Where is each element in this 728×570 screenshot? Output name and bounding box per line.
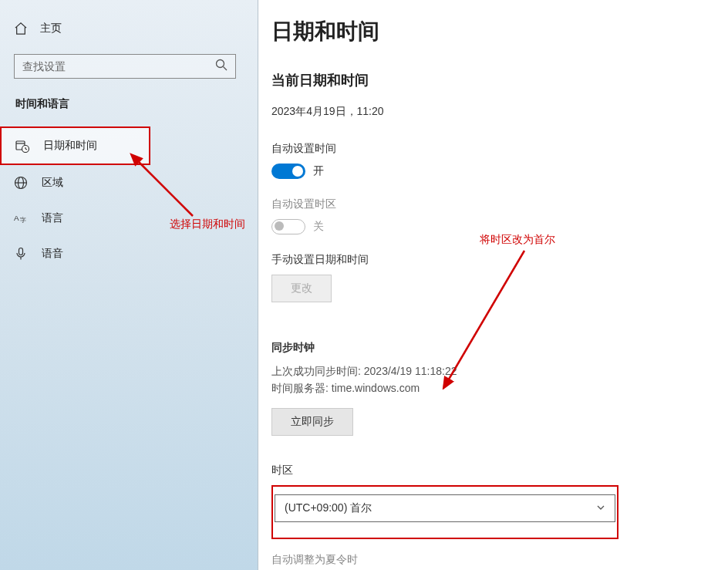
current-datetime-value: 2023年4月19日，11:20	[271, 105, 714, 119]
home-link[interactable]: 主页	[14, 22, 258, 35]
nav-list: 日期和时间 区域 A 字 语言	[0, 126, 258, 272]
sidebar-item-region[interactable]: 区域	[0, 165, 239, 201]
category-label: 时间和语言	[14, 97, 258, 111]
sync-now-button[interactable]: 立即同步	[271, 408, 353, 436]
sidebar-item-label: 语音	[42, 247, 63, 261]
sidebar-item-label: 区域	[42, 176, 63, 190]
annotation-select-datetime: 选择日期和时间	[170, 218, 245, 231]
sync-server: 时间服务器: time.windows.com	[271, 379, 714, 396]
dst-label: 自动调整为夏令时	[271, 553, 714, 567]
auto-tz-label: 自动设置时区	[271, 197, 714, 211]
timezone-value: (UTC+09:00) 首尔	[285, 501, 372, 515]
sync-last: 上次成功同步时间: 2023/4/19 11:18:22	[271, 363, 714, 379]
timezone-dropdown[interactable]: (UTC+09:00) 首尔	[275, 494, 615, 522]
sync-heading: 同步时钟	[271, 341, 714, 355]
timezone-label: 时区	[271, 464, 714, 477]
language-icon: A 字	[14, 211, 28, 225]
sidebar-item-datetime[interactable]: 日期和时间	[0, 126, 150, 165]
microphone-icon	[14, 247, 28, 261]
page-title: 日期和时间	[271, 17, 714, 46]
home-icon	[14, 22, 28, 35]
annotation-change-tz: 将时区改为首尔	[480, 233, 555, 247]
search-input[interactable]	[22, 60, 215, 73]
sidebar-item-label: 语言	[42, 211, 63, 225]
auto-tz-state: 关	[313, 220, 324, 234]
timezone-highlight-box: (UTC+09:00) 首尔	[271, 485, 618, 539]
auto-time-label: 自动设置时间	[271, 142, 714, 156]
svg-line-1	[224, 67, 228, 71]
search-box[interactable]	[14, 54, 236, 79]
sidebar-item-speech[interactable]: 语音	[0, 236, 239, 272]
auto-time-state: 开	[313, 164, 324, 178]
change-button: 更改	[271, 275, 332, 302]
home-label: 主页	[40, 22, 62, 35]
auto-time-toggle[interactable]	[271, 164, 305, 179]
globe-icon	[14, 176, 28, 190]
svg-rect-12	[19, 248, 23, 255]
search-icon	[215, 59, 228, 74]
calendar-clock-icon	[15, 139, 29, 153]
chevron-down-icon	[596, 502, 605, 514]
svg-text:字: 字	[20, 217, 26, 224]
divider	[258, 0, 258, 570]
svg-point-0	[217, 60, 224, 68]
svg-text:A: A	[14, 214, 19, 222]
auto-tz-toggle[interactable]	[271, 219, 305, 234]
main-panel: 日期和时间 当前日期和时间 2023年4月19日，11:20 自动设置时间 开 …	[258, 0, 728, 570]
manual-datetime-label: 手动设置日期和时间	[271, 253, 714, 267]
current-datetime-heading: 当前日期和时间	[271, 71, 714, 89]
sidebar-item-label: 日期和时间	[43, 139, 97, 153]
sync-info: 上次成功同步时间: 2023/4/19 11:18:22 时间服务器: time…	[271, 363, 714, 397]
